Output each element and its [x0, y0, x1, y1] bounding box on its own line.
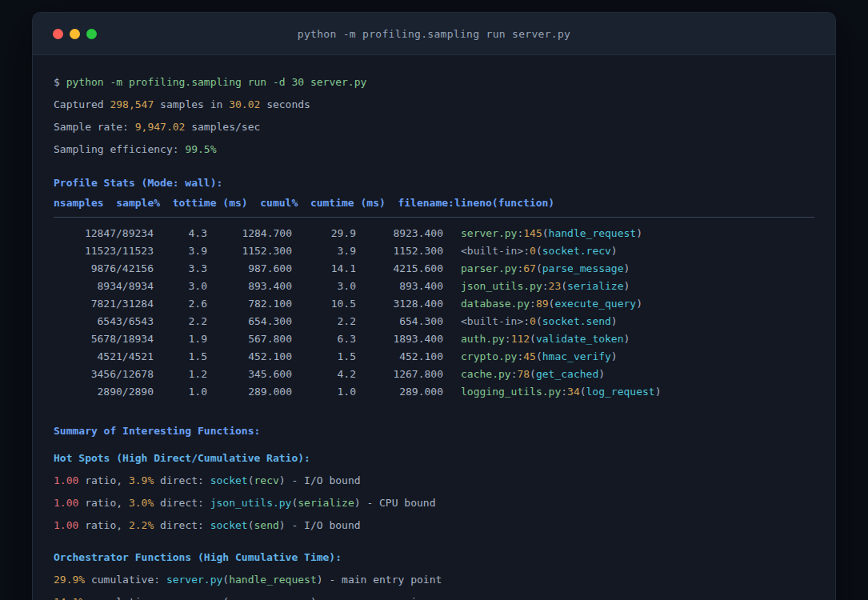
cell-location: server.py:145(handle_request): [461, 227, 642, 239]
orchestrator-line: 14.1% cumulative: parser.py(parse_messag…: [54, 591, 814, 600]
function-name: recv: [254, 474, 279, 486]
module-name: socket: [210, 474, 248, 486]
cell-location: database.py:89(execute_query): [461, 298, 642, 310]
cell-cumul-pct: 1.5: [292, 348, 356, 366]
cell-tottime: 893.400: [207, 278, 292, 295]
cumulative-label: cumulative:: [85, 596, 166, 600]
window-title: python -m profiling.sampling run server.…: [33, 28, 835, 40]
direct-pct: 3.0%: [129, 497, 154, 509]
cell-sample-pct: 1.9: [154, 330, 207, 348]
close-paren: ): [354, 497, 361, 509]
cell-cumtime: 654.300: [356, 313, 443, 330]
direct-pct: 2.2%: [129, 519, 154, 531]
cell-cumtime: 3128.400: [356, 295, 443, 313]
close-paren: ): [624, 333, 630, 345]
terminal-window: python -m profiling.sampling run server.…: [32, 12, 836, 600]
ratio-value: 1.00: [54, 474, 78, 486]
open-paren: (: [542, 227, 549, 239]
rate-value: 9,947.02: [135, 121, 186, 133]
note-text: - CPU bound: [361, 497, 436, 509]
cell-location: logging_utils.py:34(log_request): [461, 386, 661, 398]
module-name: socket: [210, 519, 248, 531]
close-paren: ): [611, 315, 618, 327]
ratio-value: 1.00: [54, 497, 78, 509]
cell-nsamples: 9876/42156: [54, 260, 154, 278]
duration-value: 30.02: [229, 98, 260, 110]
filename: <built-in>: [461, 315, 523, 327]
module-name: json_utils.py: [210, 497, 292, 509]
filename: server.py: [461, 227, 517, 239]
captured-line: Captured 298,547 samples in 30.02 second…: [54, 94, 814, 116]
colon: :: [505, 333, 511, 345]
note-text: - I/O bound: [286, 519, 361, 531]
close-paren: ): [655, 386, 662, 398]
cell-sample-pct: 2.6: [154, 295, 207, 313]
close-paren: ): [624, 262, 630, 274]
terminal-output[interactable]: $ python -m profiling.sampling run -d 30…: [33, 55, 835, 600]
table-row: 3456/126781.2345.6004.21267.800cache.py:…: [54, 366, 814, 383]
cell-cumtime: 452.100: [356, 348, 443, 366]
rate-label: Sample rate:: [54, 121, 135, 133]
function-name: serialize: [298, 497, 354, 509]
filename: <built-in>: [461, 245, 523, 257]
close-button[interactable]: [53, 29, 63, 39]
cell-sample-pct: 4.3: [154, 225, 207, 242]
filename: crypto.py: [461, 350, 517, 362]
cell-tottime: 1152.300: [207, 242, 292, 260]
table-row: 11523/115233.91152.3003.91152.300<built-…: [54, 242, 814, 260]
table-row: 12847/892344.31284.70029.98923.400server…: [54, 225, 814, 242]
cell-location: parser.py:67(parse_message): [461, 262, 630, 274]
table-row: 7821/312842.6782.10010.53128.400database…: [54, 295, 814, 313]
filename: parser.py: [461, 262, 517, 274]
function-name: socket.send: [542, 315, 611, 327]
cell-nsamples: 3456/12678: [54, 366, 154, 383]
cell-tottime: 782.100: [207, 295, 292, 313]
cell-cumtime: 289.000: [356, 383, 443, 401]
minimize-button[interactable]: [70, 29, 80, 39]
cell-tottime: 654.300: [207, 313, 292, 330]
open-paren: (: [530, 333, 536, 345]
summary-heading: Summary of Interesting Functions:: [54, 420, 814, 442]
direct-label: direct:: [154, 497, 210, 509]
close-paren: ): [624, 280, 630, 292]
hotspots-heading: Hot Spots (High Direct/Cumulative Ratio)…: [54, 447, 814, 470]
filename: logging_utils.py: [461, 386, 561, 398]
table-columns-header: nsamples sample% tottime (ms) cumul% cum…: [54, 194, 814, 212]
colon: :: [561, 386, 567, 398]
cell-nsamples: 12847/89234: [54, 225, 154, 242]
table-row: 4521/45211.5452.1001.5452.100crypto.py:4…: [54, 348, 814, 366]
ratio-label: ratio,: [78, 497, 129, 509]
lineno: 23: [549, 280, 562, 292]
lineno: 67: [523, 262, 536, 274]
colon: :: [523, 245, 530, 257]
cell-cumtime: 1893.400: [356, 330, 443, 348]
open-paren: (: [561, 280, 567, 292]
seconds-label: seconds: [260, 98, 310, 110]
open-paren: (: [536, 350, 542, 362]
hotspot-line: 1.00 ratio, 3.0% direct: json_utils.py(s…: [54, 492, 814, 514]
cumulative-pct: 29.9%: [54, 574, 85, 586]
lineno: 78: [517, 368, 530, 380]
cell-tottime: 567.800: [207, 330, 292, 348]
cell-location: <built-in>:0(socket.send): [461, 315, 618, 327]
cell-cumul-pct: 1.0: [292, 383, 356, 401]
open-paren: (: [580, 386, 586, 398]
cell-sample-pct: 3.9: [154, 242, 207, 260]
function-name: hmac_verify: [542, 350, 611, 362]
profile-stats-heading: Profile Stats (Mode: wall):: [54, 172, 814, 194]
function-name: handle_request: [549, 227, 637, 239]
cumulative-pct: 14.1%: [54, 596, 85, 600]
cell-cumul-pct: 3.0: [292, 278, 356, 295]
hotspot-line: 1.00 ratio, 3.9% direct: socket(recv) - …: [54, 470, 814, 492]
colon: :: [542, 280, 549, 292]
lineno: 89: [536, 298, 549, 310]
close-paren: ): [611, 245, 618, 257]
cell-cumul-pct: 6.3: [292, 330, 356, 348]
cell-location: crypto.py:45(hmac_verify): [461, 350, 618, 362]
cell-cumul-pct: 3.9: [292, 242, 356, 260]
function-name: validate_token: [536, 333, 624, 345]
close-paren: ): [317, 574, 323, 586]
maximize-button[interactable]: [86, 29, 97, 39]
cell-sample-pct: 1.5: [154, 348, 207, 366]
cell-nsamples: 2890/2890: [54, 383, 154, 401]
